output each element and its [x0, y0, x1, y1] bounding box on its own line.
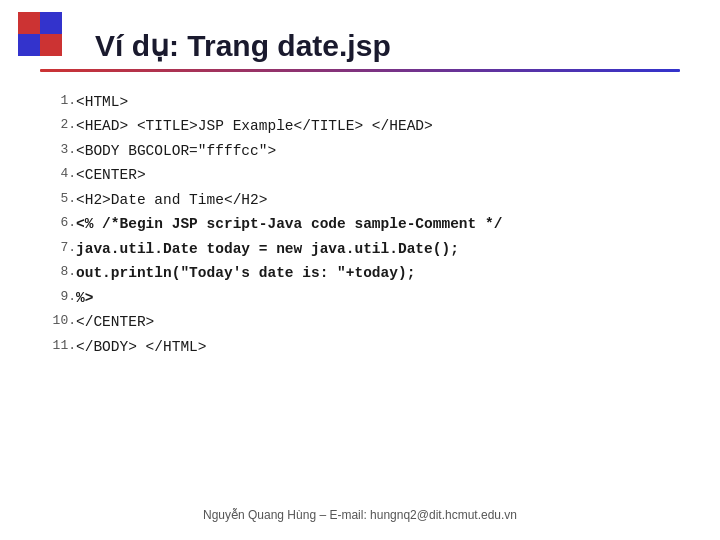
line-number: 3.: [40, 139, 76, 163]
line-code: <H2>Date and Time</H2>: [76, 188, 680, 212]
code-line-row: 2.<HEAD> <TITLE>JSP Example</TITLE> </HE…: [40, 114, 680, 138]
logo-block: [18, 12, 62, 56]
code-line-row: 6.<% /*Begin JSP script-Java code sample…: [40, 212, 680, 236]
line-number: 10.: [40, 310, 76, 334]
code-line-row: 7.java.util.Date today = new java.util.D…: [40, 237, 680, 261]
code-line-row: 8.out.println("Today's date is: "+today)…: [40, 261, 680, 285]
line-code: <HTML>: [76, 90, 680, 114]
code-line-row: 3.<BODY BGCOLOR="ffffcc">: [40, 139, 680, 163]
line-code: <% /*Begin JSP script-Java code sample-C…: [76, 212, 680, 236]
footer-text: Nguyễn Quang Hùng – E-mail: hungnq2@dit.…: [0, 508, 720, 522]
code-line-row: 9.%>: [40, 286, 680, 310]
line-number: 8.: [40, 261, 76, 285]
line-number: 11.: [40, 335, 76, 359]
line-number: 4.: [40, 163, 76, 187]
line-code: %>: [76, 286, 680, 310]
code-line-row: 4.<CENTER>: [40, 163, 680, 187]
code-line-row: 1.<HTML>: [40, 90, 680, 114]
line-code: <BODY BGCOLOR="ffffcc">: [76, 139, 680, 163]
slide-title: Ví dụ: Trang date.jsp: [95, 20, 680, 63]
line-code: out.println("Today's date is: "+today);: [76, 261, 680, 285]
line-number: 6.: [40, 212, 76, 236]
slide-container: Ví dụ: Trang date.jsp 1.<HTML>2.<HEAD> <…: [0, 0, 720, 540]
line-number: 5.: [40, 188, 76, 212]
line-number: 1.: [40, 90, 76, 114]
line-number: 9.: [40, 286, 76, 310]
line-code: </CENTER>: [76, 310, 680, 334]
line-code: <CENTER>: [76, 163, 680, 187]
code-line-row: 11.</BODY> </HTML>: [40, 335, 680, 359]
line-code: java.util.Date today = new java.util.Dat…: [76, 237, 680, 261]
line-code: </BODY> </HTML>: [76, 335, 680, 359]
code-table: 1.<HTML>2.<HEAD> <TITLE>JSP Example</TIT…: [40, 90, 680, 359]
code-line-row: 5.<H2>Date and Time</H2>: [40, 188, 680, 212]
title-underline: [40, 69, 680, 72]
code-line-row: 10.</CENTER>: [40, 310, 680, 334]
line-code: <HEAD> <TITLE>JSP Example</TITLE> </HEAD…: [76, 114, 680, 138]
line-number: 7.: [40, 237, 76, 261]
line-number: 2.: [40, 114, 76, 138]
